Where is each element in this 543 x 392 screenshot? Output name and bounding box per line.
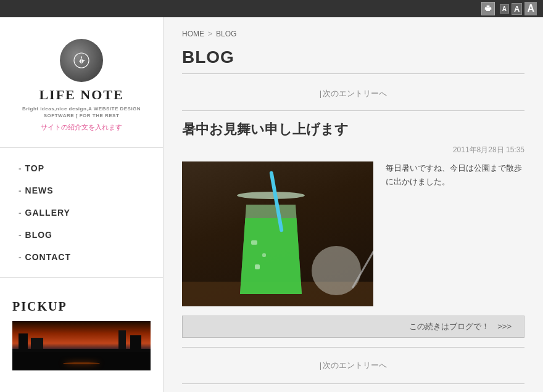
post-date: 2011年8月28日 15:35 <box>182 145 524 155</box>
read-more-button[interactable]: この続きはブログで！ >>> <box>182 316 524 338</box>
nav-next-bottom: 次のエントリーへ <box>182 354 524 377</box>
nav-item-blog[interactable]: BLOG <box>19 224 163 246</box>
logo-title: LIFE NOTE <box>39 87 123 103</box>
nav-link-news[interactable]: NEWS <box>25 186 54 195</box>
post-text: 毎日暑いですね、今日は公園まで散歩 に出かけました。 <box>386 161 524 189</box>
blog-post: 暑中お見舞い申し上げます 2011年8月28日 15:35 <box>182 120 524 338</box>
logo-subtitle: Bright ideas,nice design,A WEBSITE DESIG… <box>12 105 151 119</box>
nav-menu: TOP NEWS GALLERY BLOG CONTACT <box>0 157 163 268</box>
title-divider <box>182 73 524 74</box>
section-divider-1 <box>182 110 524 111</box>
print-button[interactable] <box>481 2 495 15</box>
font-medium-button[interactable]: A <box>512 3 522 15</box>
nav-next-top: 次のエントリーへ <box>182 83 524 104</box>
post-title: 暑中お見舞い申し上げます <box>182 120 524 139</box>
sidebar: LIFE NOTE Bright ideas,nice design,A WEB… <box>0 17 164 392</box>
sidebar-divider <box>0 147 163 148</box>
section-divider-2 <box>182 347 524 348</box>
logo-area: LIFE NOTE Bright ideas,nice design,A WEB… <box>0 30 163 138</box>
nav-link-top[interactable]: TOP <box>25 163 45 173</box>
top-bar: A A A <box>0 0 543 17</box>
logo-icon <box>60 39 103 82</box>
font-small-button[interactable]: A <box>500 4 509 14</box>
pickup-section: PICKUP <box>0 287 163 370</box>
logo-desc: サイトの紹介文を入れます <box>41 123 122 132</box>
breadcrumb-home[interactable]: HOME <box>182 30 204 38</box>
nav-item-contact[interactable]: CONTACT <box>19 246 163 268</box>
page-title: BLOG <box>182 47 524 67</box>
pickup-title: PICKUP <box>12 300 151 314</box>
section-divider-3 <box>182 383 524 384</box>
nav-item-top[interactable]: TOP <box>19 157 163 179</box>
main-content: HOME > BLOG BLOG 次のエントリーへ 暑中お見舞い申し上げます 2… <box>164 17 543 392</box>
post-image <box>182 161 373 306</box>
breadcrumb-current: BLOG <box>216 30 236 38</box>
content-inner: HOME > BLOG BLOG 次のエントリーへ 暑中お見舞い申し上げます 2… <box>164 17 543 392</box>
next-entry-link-top[interactable]: 次のエントリーへ <box>320 89 387 98</box>
pickup-image <box>12 321 151 370</box>
breadcrumb-separator: > <box>208 30 212 38</box>
nav-link-contact[interactable]: CONTACT <box>25 252 71 262</box>
post-body: 毎日暑いですね、今日は公園まで散歩 に出かけました。 <box>182 161 524 306</box>
nav-link-gallery[interactable]: GALLERY <box>25 208 70 218</box>
font-large-button[interactable]: A <box>524 2 537 15</box>
next-entry-link-bottom[interactable]: 次のエントリーへ <box>320 361 387 370</box>
nav-item-gallery[interactable]: GALLERY <box>19 202 163 224</box>
page-wrapper: LIFE NOTE Bright ideas,nice design,A WEB… <box>0 17 543 392</box>
sidebar-divider-2 <box>0 277 163 278</box>
breadcrumb: HOME > BLOG <box>182 30 524 38</box>
font-size-controls: A A A <box>500 2 537 15</box>
nav-item-news[interactable]: NEWS <box>19 179 163 202</box>
nav-link-blog[interactable]: BLOG <box>25 230 52 240</box>
